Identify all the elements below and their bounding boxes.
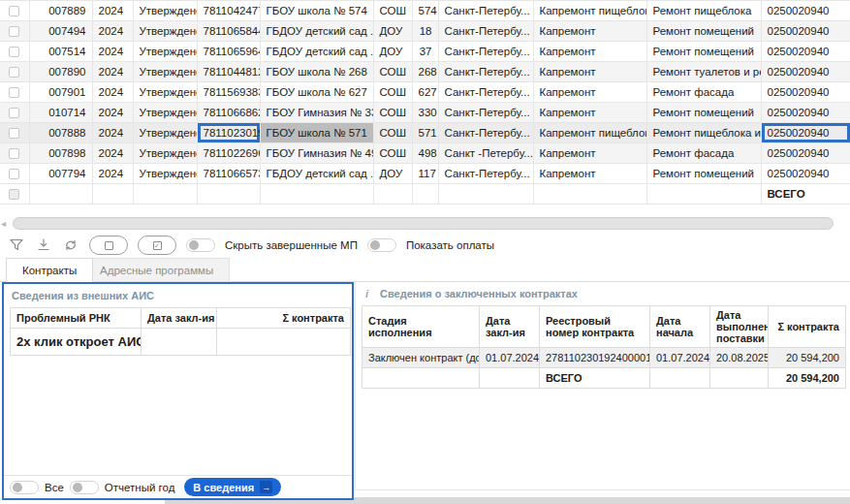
cell-type[interactable]: ДОУ (373, 42, 412, 62)
cell-city[interactable]: Санкт-Петербу... (438, 21, 533, 42)
cell-status[interactable] (133, 184, 197, 205)
contract-cell[interactable]: 20.08.2025 (710, 348, 769, 368)
cell-status[interactable]: Утверждено (133, 21, 197, 42)
cell-id[interactable]: 007888 (29, 123, 92, 143)
cell-rnk[interactable]: 7811066573 (197, 164, 260, 184)
row-checkbox[interactable] (9, 6, 19, 16)
cell-type[interactable]: СОШ (373, 143, 412, 164)
cell-rnk[interactable]: 7811044812 (197, 62, 260, 82)
select-none-button[interactable] (89, 236, 128, 255)
cell-city[interactable]: Санкт-Петербу... (438, 164, 533, 184)
cell-code[interactable]: 0250020940 (761, 164, 850, 184)
contract-cell[interactable]: 20 594,200 (769, 348, 846, 368)
cell-type[interactable]: СОШ (373, 103, 412, 123)
table-row[interactable]: 0107142024Утверждено7811066862ГБОУ Гимна… (0, 103, 850, 123)
table-row[interactable]: Заключен контракт (до...01.07.2024278110… (362, 348, 846, 368)
row-checkbox-cell[interactable] (0, 62, 29, 82)
cell-status[interactable]: Утверждено (133, 143, 197, 164)
cell-status[interactable]: Утверждено (133, 123, 197, 143)
cell-program[interactable]: Капремонт (533, 143, 646, 164)
cell-city[interactable]: Санкт-Петербу... (438, 62, 533, 82)
cell-work[interactable] (646, 184, 761, 205)
scroll-left-icon[interactable]: ◂ (1, 218, 6, 230)
cell-type[interactable]: СОШ (373, 62, 412, 82)
cell-program[interactable]: Капремонт пищеблок... (533, 123, 646, 143)
cell-year[interactable]: 2024 (92, 21, 133, 42)
cell-name[interactable] (260, 184, 373, 205)
cell-city[interactable]: Санкт-Петербу... (438, 82, 533, 103)
row-checkbox-cell[interactable] (0, 103, 29, 123)
row-checkbox[interactable] (9, 108, 19, 118)
cell-num[interactable]: 498 (412, 143, 438, 164)
cell-num[interactable]: 18 (412, 21, 438, 42)
cell-type[interactable] (373, 184, 412, 205)
cell-type[interactable]: ДОУ (373, 164, 412, 184)
contract-cell[interactable]: 01.07.2024 (650, 348, 710, 368)
cell-name[interactable]: ГБОУ Гимназия № 330 (260, 103, 373, 123)
table-row[interactable]: 0078902024Утверждено7811044812ГБОУ школа… (0, 62, 850, 82)
hide-completed-toggle[interactable] (367, 238, 396, 252)
cell-num[interactable]: 627 (412, 82, 438, 103)
cell-code[interactable]: 0250020940 (761, 21, 850, 42)
cell-name[interactable]: ГБОУ школа № 268 (260, 62, 373, 82)
cell-city[interactable]: Санкт-Петербу... (438, 1, 533, 21)
cell-program[interactable]: Капремонт (533, 82, 646, 103)
cell-rnk[interactable]: 7811569383 (197, 82, 260, 103)
table-row[interactable]: 0074942024Утверждено7811065844ГБДОУ детс… (0, 21, 850, 42)
cell-id[interactable] (29, 184, 92, 205)
cell-name[interactable]: ГБДОУ детский сад ... (260, 164, 373, 184)
cell-status[interactable]: Утверждено (133, 82, 197, 103)
row-checkbox[interactable] (9, 128, 19, 139)
cell-city[interactable]: Санкт-Петербу... (438, 42, 533, 62)
cell-program[interactable]: Капремонт пищеблок... (533, 1, 646, 21)
refresh-icon[interactable] (62, 236, 79, 254)
cell-id[interactable]: 007889 (29, 1, 92, 21)
contract-cell[interactable]: 2781102301924000017 (540, 348, 650, 368)
cell-num[interactable]: 330 (412, 103, 438, 123)
report-year-toggle[interactable] (70, 481, 99, 494)
row-checkbox-cell[interactable] (0, 21, 29, 42)
table-row[interactable]: 0077942024Утверждено7811066573ГБДОУ детс… (0, 164, 850, 184)
contract-cell[interactable]: 01.07.2024 (480, 348, 540, 368)
table-row[interactable]: 0078982024Утверждено7811022696ГБОУ Гимна… (0, 143, 850, 164)
row-checkbox[interactable] (9, 67, 19, 78)
cell-status[interactable]: Утверждено (133, 1, 197, 21)
tab-address-programs[interactable]: Адресные программы (83, 258, 230, 282)
empty-cell[interactable] (217, 329, 351, 356)
cell-year[interactable]: 2024 (92, 164, 133, 184)
cell-type[interactable]: СОШ (373, 1, 412, 21)
all-toggle[interactable] (10, 481, 39, 494)
cell-work[interactable]: Ремонт пищеблока и ... (646, 123, 761, 143)
row-checkbox[interactable] (9, 169, 19, 179)
row-checkbox-cell[interactable] (0, 123, 29, 143)
cell-program[interactable]: Капремонт (533, 164, 646, 184)
cell-id[interactable]: 007494 (29, 21, 92, 42)
cell-code[interactable]: 0250020940 (761, 103, 850, 123)
cell-num[interactable]: 37 (412, 42, 438, 62)
cell-status[interactable]: Утверждено (133, 103, 197, 123)
cell-id[interactable]: 007898 (29, 143, 92, 164)
row-checkbox-cell[interactable] (0, 143, 29, 164)
filter-icon[interactable] (8, 236, 25, 254)
selection-mode-toggle[interactable] (186, 238, 215, 252)
cell-program[interactable] (533, 184, 646, 205)
cell-rnk[interactable]: 7811023019 (197, 123, 260, 143)
cell-type[interactable]: СОШ (373, 82, 412, 103)
table-row[interactable]: 0079012024Утверждено7811569383ГБОУ школа… (0, 82, 850, 103)
table-row[interactable]: 2х клик откроет АИС (11, 329, 351, 356)
cell-num[interactable]: 571 (412, 123, 438, 143)
cell-year[interactable]: 2024 (92, 123, 133, 143)
cell-id[interactable]: 007890 (29, 62, 92, 82)
cell-program[interactable]: Капремонт (533, 62, 646, 82)
table-horizontal-scrollbar[interactable]: ◂ (0, 217, 850, 231)
cell-city[interactable]: Санкт -Петербу... (438, 143, 533, 164)
cell-code[interactable]: 0250020940 (761, 123, 850, 143)
table-row[interactable]: 0078882024Утверждено7811023019ГБОУ школа… (0, 123, 850, 143)
cell-work[interactable]: Ремонт помещений (646, 103, 761, 123)
cell-status[interactable]: Утверждено (133, 62, 197, 82)
row-checkbox[interactable] (9, 26, 19, 37)
to-details-button[interactable]: В сведения → (184, 478, 281, 496)
cell-year[interactable]: 2024 (92, 82, 133, 103)
cell-rnk[interactable] (197, 184, 260, 205)
cell-program[interactable]: Капремонт (533, 42, 646, 62)
